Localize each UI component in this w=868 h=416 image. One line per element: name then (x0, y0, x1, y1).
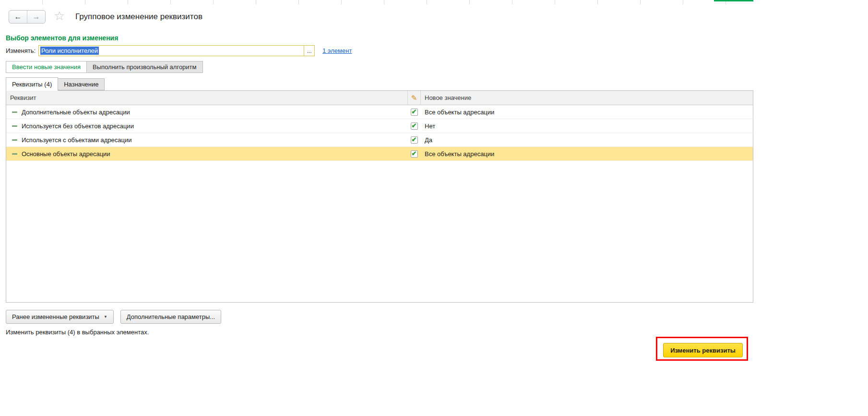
table-row[interactable]: Используется без объектов адресации ✔ Не… (6, 119, 753, 133)
active-window-tab-indicator (714, 0, 753, 1)
favorite-star-icon[interactable]: ☆ (54, 9, 65, 24)
previously-changed-button[interactable]: Ранее измененные реквизиты ▼ (6, 310, 114, 324)
change-target-value[interactable]: Роли исполнителей (39, 46, 304, 56)
back-icon: ← (14, 12, 22, 21)
column-header-new-value[interactable]: Новое значение (421, 91, 753, 105)
dropdown-arrow-icon: ▼ (104, 315, 107, 319)
attribute-name: Основные объекты адресации (22, 150, 110, 158)
checkbox[interactable]: ✔ (411, 136, 418, 144)
mode-switch: Ввести новые значения Выполнить произвол… (6, 61, 203, 73)
section-title: Выбор элементов для изменения (6, 34, 118, 42)
summary-text: Изменить реквизиты (4) в выбранных элеме… (6, 329, 149, 336)
new-value-cell[interactable]: Все объекты адресации (421, 105, 753, 119)
change-label: Изменять: (6, 47, 36, 54)
item-dash-icon (12, 111, 17, 113)
new-value-cell[interactable]: Все объекты адресации (421, 147, 753, 160)
pencil-icon: ✎ (411, 94, 417, 102)
forward-button[interactable]: → (27, 11, 45, 23)
new-value-cell[interactable]: Да (421, 133, 753, 147)
check-icon: ✔ (412, 122, 417, 129)
tab-purpose[interactable]: Назначение (58, 78, 105, 90)
table-row[interactable]: Используется с объектами адресации ✔ Да (6, 133, 753, 147)
attribute-name: Используется с объектами адресации (22, 136, 131, 144)
check-icon: ✔ (412, 109, 417, 115)
attribute-cell: Основные объекты адресации (6, 147, 407, 160)
elements-count-link[interactable]: 1 элемент (322, 47, 352, 54)
check-cell[interactable]: ✔ (407, 119, 421, 133)
item-dash-icon (12, 153, 17, 155)
attribute-name: Используется без объектов адресации (22, 122, 134, 130)
column-header-edit[interactable]: ✎ (407, 91, 421, 105)
check-icon: ✔ (412, 136, 417, 143)
table-row[interactable]: Дополнительные объекты адресации ✔ Все о… (6, 105, 753, 119)
check-cell[interactable]: ✔ (407, 147, 421, 160)
mode-run-algorithm-button[interactable]: Выполнить произвольный алгоритм (86, 61, 202, 73)
item-dash-icon (12, 125, 17, 127)
table-header: Реквизит ✎ Новое значение (6, 91, 753, 105)
tab-bar: Реквизиты (4) Назначение (6, 77, 105, 90)
choose-ellipsis-button[interactable]: ... (304, 46, 314, 56)
mode-enter-values-button[interactable]: Ввести новые значения (6, 61, 87, 73)
attribute-cell: Используется без объектов адресации (6, 119, 407, 133)
tab-attributes[interactable]: Реквизиты (4) (6, 77, 58, 91)
checkbox[interactable]: ✔ (411, 150, 418, 158)
footer-buttons: Ранее измененные реквизиты ▼ Дополнитель… (6, 310, 221, 324)
nav-history-group: ← → (9, 10, 46, 24)
change-attributes-button[interactable]: Изменить реквизиты (663, 343, 743, 357)
change-target-input[interactable]: Роли исполнителей ... (38, 45, 315, 56)
checkbox[interactable]: ✔ (411, 109, 418, 116)
back-button[interactable]: ← (9, 11, 27, 23)
attribute-cell: Используется с объектами адресации (6, 133, 407, 147)
column-header-attribute[interactable]: Реквизит (6, 91, 407, 105)
check-cell[interactable]: ✔ (407, 133, 421, 147)
check-icon: ✔ (412, 150, 417, 157)
additional-params-button[interactable]: Дополнительные параметры... (120, 310, 221, 324)
checkbox[interactable]: ✔ (411, 122, 418, 130)
app-window: ← → ☆ Групповое изменение реквизитов Выб… (0, 0, 868, 416)
item-dash-icon (12, 139, 17, 141)
attributes-table: Реквизит ✎ Новое значение Дополнительные… (6, 90, 753, 303)
forward-icon: → (33, 12, 40, 21)
page-title: Групповое изменение реквизитов (75, 12, 202, 22)
selected-input-text: Роли исполнителей (40, 47, 99, 55)
previously-changed-label: Ранее измененные реквизиты (12, 313, 99, 320)
new-value-cell[interactable]: Нет (421, 119, 753, 133)
change-row: Изменять: Роли исполнителей ... 1 элемен… (6, 45, 352, 56)
attribute-cell: Дополнительные объекты адресации (6, 105, 407, 119)
table-row[interactable]: Основные объекты адресации ✔ Все объекты… (6, 147, 753, 161)
additional-params-label: Дополнительные параметры... (127, 313, 215, 320)
window-tabs-strip (0, 0, 753, 4)
check-cell[interactable]: ✔ (407, 105, 421, 119)
attribute-name: Дополнительные объекты адресации (22, 109, 130, 116)
